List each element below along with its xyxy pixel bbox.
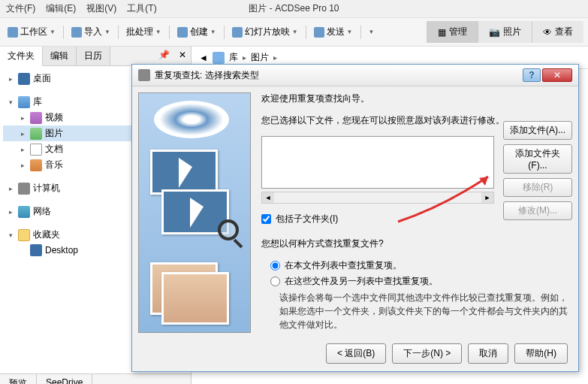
documents-icon: [30, 144, 42, 156]
grid-icon: ▦: [438, 27, 446, 38]
toolbar: 工作区▼ 导入▼ 批处理▼ 创建▼ 幻灯片放映▼ 发送▼ ▼ ▦管理 📷照片 👁…: [0, 18, 588, 47]
overflow-dropdown[interactable]: ▼: [366, 27, 378, 37]
import-icon: [71, 27, 82, 38]
send-icon: [314, 27, 324, 38]
add-folder-button[interactable]: 添加文件夹(F)...: [503, 144, 572, 174]
app-title: 图片 - ACDSee Pro 10: [249, 2, 339, 15]
dialog-titlebar[interactable]: 重复项查找: 选择搜索类型 ? ✕: [132, 65, 578, 86]
send-dropdown[interactable]: 发送▼: [311, 24, 356, 40]
slideshow-icon: [232, 27, 243, 38]
breadcrumb-library[interactable]: 库: [229, 51, 238, 64]
pin-icon[interactable]: 📌: [154, 47, 174, 65]
menu-view[interactable]: 视图(V): [86, 2, 116, 15]
dialog-icon: [138, 69, 150, 81]
include-subfolders-checkbox[interactable]: [261, 214, 271, 224]
tab-calendar[interactable]: 日历: [77, 47, 110, 65]
wizard-image: [138, 92, 251, 333]
tab-seedrive[interactable]: SeeDrive: [37, 374, 92, 384]
eye-icon: 👁: [543, 27, 552, 38]
scroll-right-icon[interactable]: ►: [481, 192, 493, 203]
radio-this-list[interactable]: [270, 261, 280, 271]
scroll-left-icon[interactable]: ◄: [262, 192, 274, 203]
cancel-button[interactable]: 取消: [468, 343, 508, 364]
menu-edit[interactable]: 编辑(E): [46, 2, 76, 15]
workspace-icon: [8, 27, 18, 38]
library-icon: [213, 52, 225, 64]
tab-preview[interactable]: 预览: [0, 374, 37, 384]
video-icon: [30, 112, 42, 124]
breadcrumb-pictures[interactable]: 图片: [251, 51, 269, 64]
library-icon: [18, 96, 30, 108]
menu-tools[interactable]: 工具(T): [127, 2, 156, 15]
chevron-right-icon: ▸: [243, 53, 246, 62]
include-subfolders-label: 包括子文件夹(I): [276, 213, 338, 225]
import-dropdown[interactable]: 导入▼: [68, 24, 113, 40]
desktop-icon: [18, 73, 30, 85]
create-dropdown[interactable]: 创建▼: [174, 24, 219, 40]
workspace-dropdown[interactable]: 工作区▼: [5, 24, 59, 40]
pictures-icon: [30, 128, 42, 140]
chevron-right-icon: ▸: [273, 53, 277, 62]
menubar: 文件(F) 编辑(E) 视图(V) 工具(T) 图片 - ACDSee Pro …: [0, 0, 588, 18]
tab-folders[interactable]: 文件夹: [0, 47, 43, 66]
dialog-help-button[interactable]: ?: [523, 68, 541, 82]
mode-manage[interactable]: ▦管理: [427, 21, 478, 43]
remove-button[interactable]: 移除(R): [503, 178, 572, 197]
next-button[interactable]: 下一步(N) >: [392, 343, 462, 364]
magnifier-icon: [218, 219, 239, 240]
nav-back-icon[interactable]: ◄: [199, 53, 208, 63]
tab-edit[interactable]: 编辑: [43, 47, 77, 65]
help-button[interactable]: 帮助(H): [514, 343, 568, 364]
method-note: 该操作会将每一个选中文件同其他选中文件作比较已查找重复项。例如，如果您选中一个文…: [279, 291, 572, 331]
search-method-question: 您想以何种方式查找重复文件?: [261, 237, 572, 250]
music-icon: [30, 159, 42, 171]
file-list[interactable]: [261, 136, 494, 189]
radio-another-list-label: 在这些文件及另一列表中查找重复项。: [285, 275, 438, 288]
dialog-title: 重复项查找: 选择搜索类型: [155, 69, 523, 82]
camera-icon: 📷: [489, 27, 500, 38]
close-panel-icon[interactable]: ✕: [174, 47, 191, 65]
dialog-close-button[interactable]: ✕: [542, 68, 572, 82]
network-icon: [18, 206, 30, 218]
create-icon: [177, 27, 188, 38]
batch-dropdown[interactable]: 批处理▼: [123, 24, 164, 40]
slideshow-dropdown[interactable]: 幻灯片放映▼: [229, 24, 301, 40]
horizontal-scrollbar[interactable]: ◄ ►: [261, 192, 494, 204]
radio-this-list-label: 在本文件列表中查找重复项。: [285, 259, 402, 272]
duplicate-finder-dialog: 重复项查找: 选择搜索类型 ? ✕ 欢迎使用重复项查找向导。 您已选择以下文件，…: [131, 64, 579, 372]
modify-button[interactable]: 修改(M)...: [503, 201, 572, 220]
mode-photo[interactable]: 📷照片: [478, 21, 532, 43]
back-button[interactable]: < 返回(B): [326, 343, 386, 364]
menu-file[interactable]: 文件(F): [6, 2, 35, 15]
mode-view[interactable]: 👁查看: [532, 21, 583, 43]
desktop-icon: [30, 244, 42, 256]
add-file-button[interactable]: 添加文件(A)...: [503, 121, 572, 140]
computer-icon: [18, 183, 30, 195]
favorites-icon: [18, 229, 30, 241]
wizard-welcome: 欢迎使用重复项查找向导。: [261, 92, 572, 105]
radio-another-list[interactable]: [270, 277, 280, 286]
